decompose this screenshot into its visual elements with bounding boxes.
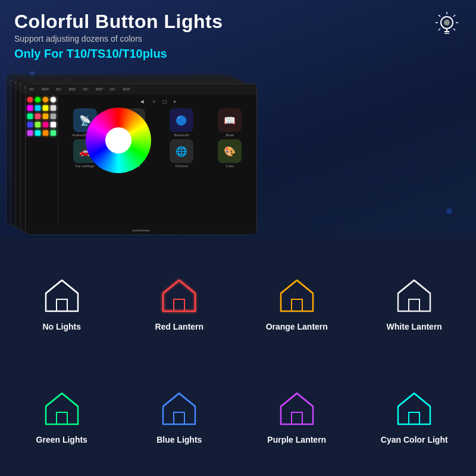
svg-line-10 bbox=[453, 29, 455, 30]
lights-grid: No Lights Red Lantern bbox=[6, 250, 470, 470]
house-icon-purple bbox=[276, 389, 318, 430]
light-item-green[interactable]: Green Lights bbox=[6, 363, 118, 470]
light-item-purple[interactable]: Purple Lantern bbox=[241, 363, 353, 470]
svg-rect-13 bbox=[174, 299, 184, 311]
svg-line-5 bbox=[439, 15, 440, 17]
light-item-blue[interactable]: Blue Lights bbox=[124, 363, 236, 470]
house-icon-cyan bbox=[393, 389, 435, 430]
light-item-orange[interactable]: Orange Lantern bbox=[241, 250, 353, 357]
bulb-icon bbox=[432, 11, 462, 40]
svg-point-11 bbox=[444, 20, 450, 26]
light-label-white: White Lantern bbox=[387, 322, 442, 331]
light-item-cyan[interactable]: Cyan Color Light bbox=[359, 363, 471, 470]
light-item-white[interactable]: White Lantern bbox=[359, 250, 471, 357]
page-title: Colorful Button Lights bbox=[14, 11, 462, 33]
house-icon-red bbox=[158, 275, 200, 317]
screen-card-front: MC RST MC RST MC RST MC RST bbox=[25, 83, 257, 235]
header: Colorful Button Lights Support adjusting… bbox=[0, 0, 476, 65]
screen-stack: MCRST MCRST MCRST bbox=[6, 74, 250, 234]
compatibility-text: Only For T10/TS10/T10plus bbox=[14, 47, 462, 61]
color-wheel bbox=[86, 108, 151, 173]
light-label-red: Red Lantern bbox=[155, 322, 203, 331]
color-wheel-center bbox=[105, 127, 131, 154]
house-icon-orange bbox=[276, 275, 318, 317]
house-icon-green bbox=[41, 389, 83, 430]
light-label-purple: Purple Lantern bbox=[267, 435, 326, 444]
color-wheel-overlay bbox=[86, 108, 148, 170]
light-label-orange: Orange Lantern bbox=[266, 322, 328, 331]
light-label-green: Green Lights bbox=[36, 435, 87, 444]
light-label-none: No Lights bbox=[42, 322, 81, 331]
house-icon-none bbox=[41, 275, 83, 317]
house-icon-white bbox=[393, 275, 435, 317]
light-label-cyan: Cyan Color Light bbox=[381, 435, 448, 444]
light-item-none[interactable]: No Lights bbox=[6, 250, 118, 357]
light-label-blue: Blue Lights bbox=[156, 435, 202, 444]
svg-rect-15 bbox=[409, 299, 419, 311]
svg-rect-12 bbox=[57, 299, 67, 311]
svg-line-9 bbox=[439, 29, 440, 30]
svg-rect-19 bbox=[409, 412, 419, 424]
svg-rect-18 bbox=[292, 412, 302, 424]
page-subtitle: Support adjusting dozens of colors bbox=[14, 34, 462, 43]
screens-area: MCRST MCRST MCRST bbox=[0, 68, 476, 240]
light-item-red[interactable]: Red Lantern bbox=[124, 250, 236, 357]
svg-rect-16 bbox=[57, 412, 67, 424]
svg-rect-14 bbox=[292, 299, 302, 311]
svg-rect-17 bbox=[174, 412, 184, 424]
svg-line-6 bbox=[453, 15, 455, 17]
lights-panel: No Lights Red Lantern bbox=[0, 238, 476, 476]
house-icon-blue bbox=[158, 389, 200, 430]
